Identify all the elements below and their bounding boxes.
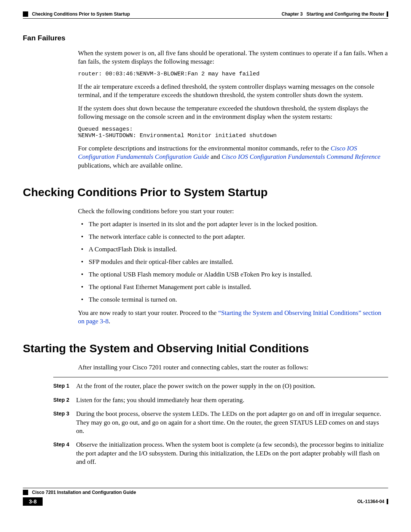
step-text: Observe the initialization process. When… [76, 441, 388, 466]
list-item: The console terminal is turned on. [78, 296, 388, 304]
list-item: The optional Fast Ethernet Management po… [78, 283, 388, 292]
step-label: Step 3 [53, 410, 76, 435]
check-intro: Check the following conditions before yo… [78, 207, 388, 216]
doc-id: OL-11364-04 [357, 499, 388, 504]
steps-rule [53, 377, 388, 377]
header-marker-icon [23, 11, 28, 17]
checking-conditions-heading: Checking Conditions Prior to System Star… [23, 186, 388, 199]
fan-p2: If the air temperature exceeds a defined… [78, 83, 388, 100]
list-item: A CompactFlash Disk is installed. [78, 245, 388, 254]
fan-failures-heading: Fan Failures [23, 34, 388, 42]
fan-code2: Queued messages: %ENVM-1-SHUTDOWN: Envir… [78, 126, 388, 139]
list-item: The port adapter is inserted in its slot… [78, 220, 388, 229]
fan-p1: When the system power is on, all five fa… [78, 49, 388, 66]
link-command-ref[interactable]: Cisco IOS Configuration Fundamentals Com… [221, 153, 380, 160]
list-item: The network interface cable is connected… [78, 233, 388, 241]
check-bullet-list: The port adapter is inserted in its slot… [78, 220, 388, 304]
header-rule [23, 18, 388, 19]
step-label: Step 1 [53, 382, 76, 390]
step-label: Step 2 [53, 396, 76, 404]
fan-p3: If the system does shut down because the… [78, 104, 388, 121]
starting-system-heading: Starting the System and Observing Initia… [23, 342, 388, 355]
list-item: SFP modules and their optical-fiber cabl… [78, 258, 388, 267]
step-text: Listen for the fans; you should immediat… [76, 396, 388, 404]
step-label: Step 4 [53, 441, 76, 466]
step-text: At the front of the router, place the po… [76, 382, 388, 390]
header-section-title: Checking Conditions Prior to System Star… [32, 11, 130, 17]
fan-code1: router: 00:03:46:%ENVM-3-BLOWER:Fan 2 ma… [78, 71, 388, 77]
check-outro: You are now ready to start your router. … [78, 309, 388, 326]
step-row: Step 1 At the front of the router, place… [53, 382, 388, 390]
page-number: 3-8 [23, 497, 43, 506]
step-row: Step 3 During the boot process, observe … [53, 410, 388, 435]
footer-doc-title: Cisco 7201 Installation and Configuratio… [32, 488, 388, 497]
step-row: Step 2 Listen for the fans; you should i… [53, 396, 388, 404]
header-chapter: Chapter 3 Starting and Configuring the R… [282, 11, 388, 17]
step-text: During the boot process, observe the sys… [76, 410, 388, 435]
step-row: Step 4 Observe the initialization proces… [53, 441, 388, 466]
fan-p4: For complete descriptions and instructio… [78, 144, 388, 170]
start-intro: After installing your Cisco 7201 router … [78, 363, 388, 372]
list-item: The optional USB Flash memory module or … [78, 270, 388, 279]
footer-marker-icon [23, 490, 28, 495]
